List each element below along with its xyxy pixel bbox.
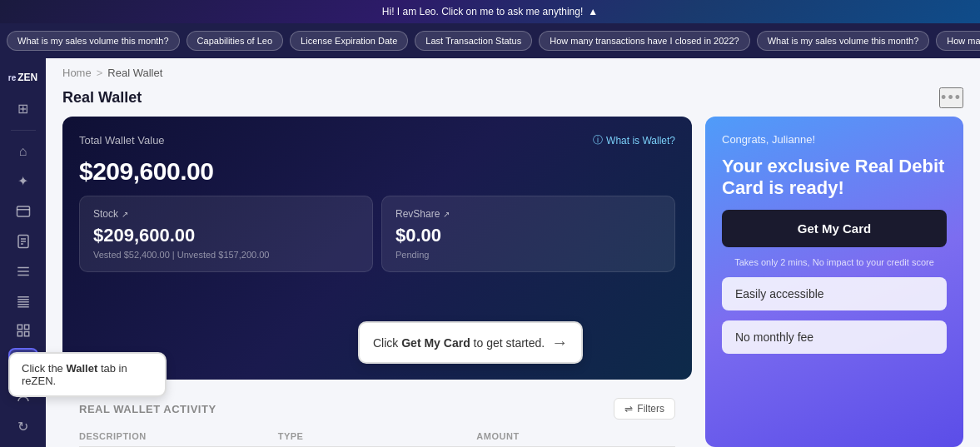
wallet-card-header: Total Wallet Value ⓘ What is Wallet? [79, 133, 675, 147]
promo-feature-1: Easily accessible [722, 277, 947, 310]
stock-label: Stock [93, 208, 118, 220]
wallet-total-value: $209,600.00 [79, 157, 675, 186]
revshare-value: $0.00 [395, 225, 661, 246]
pill-1[interactable]: What is my sales volume this month? [7, 31, 180, 51]
revshare-label: RevShare [395, 208, 440, 220]
promo-feature-2: No monthly fee [722, 320, 947, 354]
col-description: DESCRIPTION [79, 431, 278, 441]
user-icon[interactable] [8, 384, 38, 409]
info-icon: ⓘ [593, 133, 603, 147]
col-type: TYPE [278, 431, 477, 441]
main-layout: re ZEN ⊞ ⌂ ✦ Wallet ↻ [0, 58, 980, 447]
inbox-icon[interactable] [8, 199, 38, 224]
wallet-sub-cards: Stock ↗ $209,600.00 Vested $52,400.00 | … [79, 196, 675, 272]
pill-2[interactable]: Capabilities of Leo [187, 31, 284, 51]
promo-note: Takes only 2 mins, No impact to your cre… [722, 257, 947, 267]
revshare-title: RevShare ↗ [395, 208, 661, 220]
star-icon[interactable]: ✦ [8, 169, 38, 194]
filters-button[interactable]: ⇌ Filters [614, 398, 675, 420]
stock-card: Stock ↗ $209,600.00 Vested $52,400.00 | … [79, 196, 373, 272]
pills-bar: What is my sales volume this month? Capa… [0, 23, 980, 58]
vested-label: Vested $52,400.00 [93, 250, 170, 260]
activity-header: Real Wallet Activity ⇌ Filters [79, 398, 675, 420]
home-icon[interactable]: ⌂ [8, 139, 38, 164]
activity-section: Real Wallet Activity ⇌ Filters DESCRIPTI… [62, 390, 692, 447]
stock-external-icon[interactable]: ↗ [122, 210, 128, 219]
leo-bar-icon: ▲ [588, 6, 598, 17]
svg-rect-15 [17, 332, 22, 336]
promo-congrats: Congrats, Julianne! [722, 133, 947, 146]
filter-icon: ⇌ [624, 403, 633, 415]
revshare-status: Pending [395, 250, 661, 260]
wallet-total-label: Total Wallet Value [79, 134, 165, 147]
breadcrumb: Home > Real Wallet [46, 58, 980, 84]
wallet-info-label: What is Wallet? [606, 135, 675, 147]
more-button[interactable]: ••• [939, 87, 963, 108]
sidebar-divider [11, 130, 36, 131]
sidebar: re ZEN ⊞ ⌂ ✦ Wallet ↻ [0, 58, 46, 447]
wallet-info-button[interactable]: ⓘ What is Wallet? [593, 133, 675, 147]
svg-rect-16 [24, 332, 28, 336]
svg-rect-14 [24, 325, 28, 330]
breadcrumb-current: Real Wallet [107, 67, 162, 79]
stock-title: Stock ↗ [93, 208, 359, 220]
pill-6[interactable]: What is my sales volume this month? [757, 31, 930, 51]
lines-icon[interactable] [8, 289, 38, 314]
promo-card: Congrats, Julianne! Your exclusive Real … [705, 117, 963, 447]
filters-label: Filters [637, 403, 664, 415]
refresh-icon[interactable]: ↻ [8, 414, 38, 439]
revshare-external-icon[interactable]: ↗ [443, 210, 450, 219]
leo-bar[interactable]: Hi! I am Leo. Click on me to ask me anyt… [0, 0, 980, 23]
document-icon[interactable] [8, 229, 38, 254]
breadcrumb-home[interactable]: Home [62, 67, 92, 79]
svg-rect-17 [17, 357, 29, 366]
page-title: Real Wallet [62, 89, 142, 107]
pill-4[interactable]: Last Transaction Status [415, 31, 532, 51]
logo-re: re [8, 73, 16, 82]
svg-point-18 [21, 391, 26, 396]
unvested-label: Unvested $157,200.00 [177, 250, 270, 260]
promo-title: Your exclusive Real Debit Card is ready! [722, 156, 947, 200]
grid2-icon[interactable] [8, 319, 38, 344]
breadcrumb-separator: > [97, 67, 103, 79]
leo-bar-text: Hi! I am Leo. Click on me to ask me anyt… [382, 6, 583, 17]
list-icon[interactable] [8, 259, 38, 284]
pill-3[interactable]: License Expiration Date [290, 31, 408, 51]
table-header: DESCRIPTION TYPE AMOUNT [79, 426, 675, 447]
grid-icon[interactable]: ⊞ [8, 97, 38, 122]
sidebar-logo: re ZEN [3, 67, 42, 88]
stock-value: $209,600.00 [93, 225, 359, 246]
svg-rect-0 [17, 206, 29, 216]
page-header: Real Wallet ••• [46, 84, 980, 117]
svg-rect-13 [17, 325, 22, 330]
content-area: Home > Real Wallet Real Wallet ••• Total… [46, 58, 980, 447]
get-card-button[interactable]: Get My Card [722, 210, 947, 247]
pill-7[interactable]: How many tiers do I have unloc... [936, 31, 980, 51]
wallet-card: Total Wallet Value ⓘ What is Wallet? $20… [62, 117, 692, 380]
activity-title: Real Wallet Activity [79, 403, 216, 415]
pill-5[interactable]: How many transactions have I closed in 2… [539, 31, 749, 51]
revshare-card: RevShare ↗ $0.00 Pending [381, 196, 675, 272]
wallet-tooltip-label: Wallet [22, 370, 64, 387]
stock-details: Vested $52,400.00 | Unvested $157,200.00 [93, 250, 359, 260]
col-amount: AMOUNT [476, 431, 675, 441]
wallet-columns: Total Wallet Value ⓘ What is Wallet? $20… [46, 117, 980, 447]
logo-zen: ZEN [17, 72, 37, 83]
